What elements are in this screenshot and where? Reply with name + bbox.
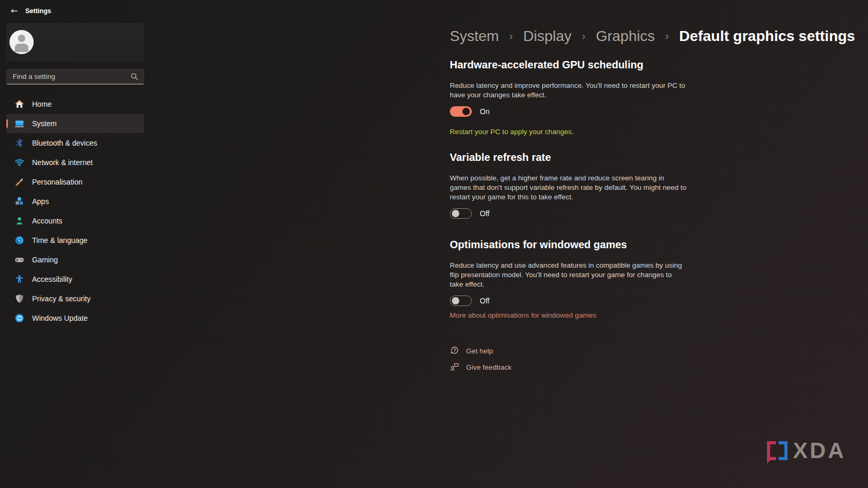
sidebar-item-bluetooth-devices[interactable]: Bluetooth & devices xyxy=(6,134,144,152)
section-heading-gpu-scheduling: Hardware-accelerated GPU scheduling xyxy=(450,59,860,71)
breadcrumb: System › Display › Graphics › Default gr… xyxy=(450,26,860,47)
sidebar-item-time-language[interactable]: Time & language xyxy=(6,231,144,250)
sidebar-item-label: Accessibility xyxy=(32,275,72,283)
xda-logo-text: XDA xyxy=(793,440,846,462)
personalisation-icon xyxy=(15,177,24,187)
time-language-icon xyxy=(15,236,24,245)
get-help-icon: ? xyxy=(450,346,459,355)
windowed-games-toggle[interactable] xyxy=(450,296,472,306)
sidebar-item-label: Accounts xyxy=(32,217,63,225)
sidebar-item-label: Time & language xyxy=(32,236,87,245)
apps-icon xyxy=(15,197,24,206)
breadcrumb-system[interactable]: System xyxy=(450,28,499,44)
section-description: When possible, get a higher frame rate a… xyxy=(450,174,687,202)
sidebar-item-label: Bluetooth & devices xyxy=(32,139,97,147)
windows-update-icon xyxy=(15,313,24,323)
give-feedback-icon xyxy=(450,362,459,372)
accounts-icon xyxy=(15,216,24,226)
footer-link-label: Give feedback xyxy=(466,363,511,371)
section-heading-variable-refresh-rate: Variable refresh rate xyxy=(450,151,860,164)
sidebar: Home System Bluetooth & devices xyxy=(0,0,147,488)
active-indicator xyxy=(6,119,8,128)
sidebar-item-label: Network & internet xyxy=(32,158,93,167)
search-box xyxy=(6,69,144,85)
avatar xyxy=(9,30,34,54)
network-icon xyxy=(15,158,24,167)
sidebar-item-privacy-security[interactable]: Privacy & security xyxy=(6,289,144,308)
svg-text:?: ? xyxy=(453,348,456,353)
sidebar-item-windows-update[interactable]: Windows Update xyxy=(6,309,144,328)
search-icon[interactable] xyxy=(130,73,138,80)
more-about-optimisations-link[interactable]: More about optimisations for windowed ga… xyxy=(450,311,596,319)
sidebar-item-apps[interactable]: Apps xyxy=(6,192,144,211)
user-account-card[interactable] xyxy=(6,23,144,62)
sidebar-item-system[interactable]: System xyxy=(6,114,144,133)
sidebar-item-label: Home xyxy=(32,100,52,108)
toggle-state-label: Off xyxy=(480,297,489,305)
toggle-state-label: Off xyxy=(480,209,489,218)
gaming-icon xyxy=(15,255,24,265)
sidebar-item-label: Apps xyxy=(32,197,49,206)
get-help-link[interactable]: ? Get help xyxy=(450,346,493,355)
main-content: System › Display › Graphics › Default gr… xyxy=(450,26,860,379)
sidebar-nav: Home System Bluetooth & devices xyxy=(6,95,144,328)
footer-links: ? Get help Give feedback xyxy=(450,346,860,372)
sidebar-item-label: Personalisation xyxy=(32,178,83,186)
breadcrumb-display[interactable]: Display xyxy=(523,28,572,44)
sidebar-item-gaming[interactable]: Gaming xyxy=(6,250,144,269)
sidebar-item-label: Windows Update xyxy=(32,314,88,322)
bluetooth-icon xyxy=(15,138,24,148)
sidebar-item-label: System xyxy=(32,119,57,128)
variable-refresh-rate-toggle[interactable] xyxy=(450,208,472,219)
system-icon xyxy=(15,119,24,128)
search-input[interactable] xyxy=(7,73,130,80)
sidebar-item-label: Gaming xyxy=(32,256,58,264)
gpu-scheduling-toggle[interactable] xyxy=(450,106,472,117)
give-feedback-link[interactable]: Give feedback xyxy=(450,362,511,372)
toggle-state-label: On xyxy=(480,107,490,116)
chevron-right-icon: › xyxy=(582,30,586,42)
privacy-security-icon xyxy=(15,294,24,303)
home-icon xyxy=(15,99,24,109)
sidebar-item-personalisation[interactable]: Personalisation xyxy=(6,172,144,191)
page-title: Default graphics settings xyxy=(679,28,855,44)
xda-bracket-right-icon xyxy=(779,441,788,460)
footer-link-label: Get help xyxy=(466,347,493,355)
sidebar-item-accessibility[interactable]: Accessibility xyxy=(6,270,144,289)
breadcrumb-graphics[interactable]: Graphics xyxy=(596,28,655,44)
chevron-right-icon: › xyxy=(665,30,669,42)
section-heading-windowed-games: Optimisations for windowed games xyxy=(450,239,860,251)
sidebar-item-home[interactable]: Home xyxy=(6,95,144,114)
restart-warning: Restart your PC to apply your changes. xyxy=(450,128,860,136)
section-description: Reduce latency and improve performance. … xyxy=(450,81,687,100)
xda-bracket-left-icon xyxy=(767,441,776,460)
sidebar-item-label: Privacy & security xyxy=(32,294,90,303)
sidebar-item-network-internet[interactable]: Network & internet xyxy=(6,153,144,172)
xda-watermark: XDA xyxy=(767,440,846,462)
sidebar-item-accounts[interactable]: Accounts xyxy=(6,211,144,230)
accessibility-icon xyxy=(15,274,24,284)
section-description: Reduce latency and use advanced features… xyxy=(450,261,687,289)
chevron-right-icon: › xyxy=(509,30,513,42)
